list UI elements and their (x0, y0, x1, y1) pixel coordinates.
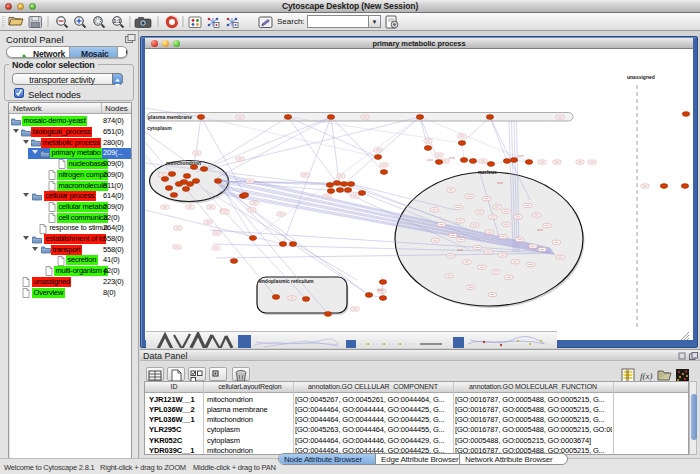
svg-text:plasma membrane: plasma membrane (148, 114, 192, 120)
svg-text:nucleus: nucleus (478, 169, 497, 175)
svg-text:cytoplasm: cytoplasm (147, 125, 172, 131)
svg-text:1:1: 1:1 (113, 18, 120, 24)
svg-text:f(x): f(x) (640, 371, 653, 381)
svg-text:unassigned: unassigned (627, 74, 655, 80)
svg-text:endoplasmic reticulum: endoplasmic reticulum (259, 278, 314, 284)
